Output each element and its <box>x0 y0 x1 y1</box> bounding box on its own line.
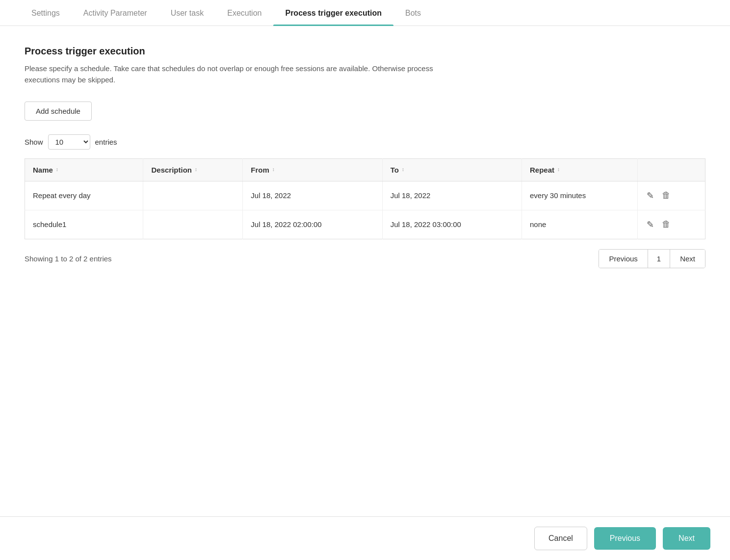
tab-settings[interactable]: Settings <box>20 0 72 25</box>
cell-name-0: Repeat every day <box>25 181 143 210</box>
pagination-controls: Previous 1 Next <box>599 249 705 268</box>
edit-button-0[interactable]: ✎ <box>646 189 655 202</box>
cancel-button[interactable]: Cancel <box>534 527 587 550</box>
tab-execution[interactable]: Execution <box>215 0 273 25</box>
cell-to-1: Jul 18, 2022 03:00:00 <box>382 210 521 239</box>
delete-button-0[interactable]: 🗑 <box>661 189 672 202</box>
tab-bots[interactable]: Bots <box>393 0 433 25</box>
col-header-to[interactable]: To ↕ <box>382 158 521 181</box>
pagination-page-number: 1 <box>648 250 670 268</box>
col-header-actions <box>638 158 705 181</box>
entries-select[interactable]: 10 25 50 100 <box>48 134 90 150</box>
cell-description-1 <box>143 210 243 239</box>
pagination-next-button[interactable]: Next <box>670 250 705 268</box>
pagination-previous-button[interactable]: Previous <box>599 250 648 268</box>
schedule-table: Name ↕ Description ↕ From ↕ <box>25 158 705 239</box>
cell-description-0 <box>143 181 243 210</box>
sort-icon-repeat: ↕ <box>557 167 560 172</box>
cell-repeat-0: every 30 minutes <box>521 181 637 210</box>
cell-actions-0: ✎🗑 <box>638 181 705 210</box>
table-row: Repeat every dayJul 18, 2022Jul 18, 2022… <box>25 181 705 210</box>
cell-repeat-1: none <box>521 210 637 239</box>
col-header-from[interactable]: From ↕ <box>243 158 382 181</box>
tab-process-trigger-execution[interactable]: Process trigger execution <box>273 0 393 25</box>
page-description: Please specify a schedule. Take care tha… <box>25 63 466 86</box>
delete-button-1[interactable]: 🗑 <box>661 218 672 230</box>
cell-from-0: Jul 18, 2022 <box>243 181 382 210</box>
sort-icon-name: ↕ <box>56 167 58 172</box>
main-content: Process trigger execution Please specify… <box>0 26 730 332</box>
show-entries-row: Show 10 25 50 100 entries <box>25 134 705 150</box>
edit-button-1[interactable]: ✎ <box>646 218 655 231</box>
page-title: Process trigger execution <box>25 46 705 57</box>
bottom-footer: Cancel Previous Next <box>0 516 730 560</box>
add-schedule-button[interactable]: Add schedule <box>25 102 92 121</box>
entries-label: entries <box>95 138 117 146</box>
cell-to-0: Jul 18, 2022 <box>382 181 521 210</box>
sort-icon-to: ↕ <box>402 167 404 172</box>
cell-from-1: Jul 18, 2022 02:00:00 <box>243 210 382 239</box>
action-icons: ✎🗑 <box>646 189 697 202</box>
table-row: schedule1Jul 18, 2022 02:00:00Jul 18, 20… <box>25 210 705 239</box>
sort-icon-from: ↕ <box>272 167 275 172</box>
table-footer: Showing 1 to 2 of 2 entries Previous 1 N… <box>25 249 705 268</box>
action-icons: ✎🗑 <box>646 218 697 231</box>
tab-activity-parameter[interactable]: Activity Parameter <box>72 0 159 25</box>
col-header-repeat[interactable]: Repeat ↕ <box>521 158 637 181</box>
next-button[interactable]: Next <box>663 527 710 550</box>
col-header-description[interactable]: Description ↕ <box>143 158 243 181</box>
cell-actions-1: ✎🗑 <box>638 210 705 239</box>
table-header-row: Name ↕ Description ↕ From ↕ <box>25 158 705 181</box>
entries-info: Showing 1 to 2 of 2 entries <box>25 255 112 263</box>
tab-navigation: Settings Activity Parameter User task Ex… <box>0 0 730 26</box>
show-label: Show <box>25 138 43 146</box>
col-header-name[interactable]: Name ↕ <box>25 158 143 181</box>
previous-button[interactable]: Previous <box>594 527 656 550</box>
sort-icon-description: ↕ <box>195 167 197 172</box>
cell-name-1: schedule1 <box>25 210 143 239</box>
tab-user-task[interactable]: User task <box>159 0 216 25</box>
